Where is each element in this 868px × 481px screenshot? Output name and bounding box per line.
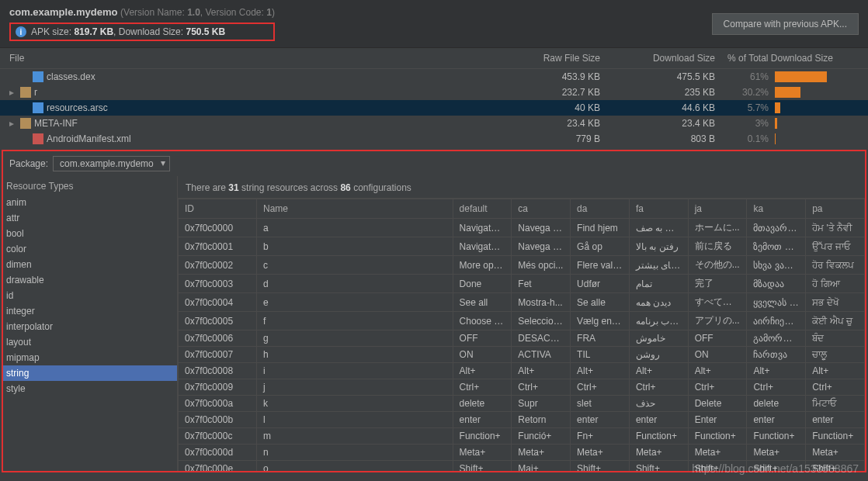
string-name: n <box>257 445 453 461</box>
string-col-header[interactable]: ca <box>512 199 571 219</box>
header-left: com.example.mydemo (Version Name: 1.0, V… <box>9 6 275 41</box>
string-name: o <box>257 461 453 472</box>
string-row[interactable]: 0x7f0c0008iAlt+Alt+Alt+Alt+Alt+Alt+Alt+ <box>179 363 865 379</box>
pct-text: 3% <box>724 118 775 129</box>
string-value: Shift+ <box>688 461 747 472</box>
string-col-header[interactable]: fa <box>629 199 688 219</box>
string-value: Supr <box>512 396 571 412</box>
apk-info-box: i APK size: 819.7 KB, Download Size: 750… <box>9 22 275 41</box>
string-value: გამორთვა <box>747 330 806 347</box>
string-value: خاموش <box>629 330 688 347</box>
resource-type-item[interactable]: integer <box>3 303 177 319</box>
string-row[interactable]: 0x7f0c0004eSee allMostra-h...Se alleدیدن… <box>179 293 865 312</box>
resource-type-item[interactable]: color <box>3 241 177 257</box>
string-id: 0x7f0c0008 <box>179 363 257 379</box>
string-value: მზადაა <box>747 275 806 293</box>
resource-type-item[interactable]: attr <box>3 210 177 226</box>
resource-types-header: Resource Types <box>3 176 177 195</box>
string-row[interactable]: 0x7f0c0005fChoose a...Seleccion...Vælg e… <box>179 312 865 330</box>
string-row[interactable]: 0x7f0c000akdeleteSuprsletحذفDeletedelete… <box>179 396 865 412</box>
string-row[interactable]: 0x7f0c0000aNavigate ...Navega a...Find h… <box>179 219 865 237</box>
pct-bar <box>775 71 860 82</box>
string-value: ზემოთ გა... <box>747 237 806 256</box>
string-value: Alt+ <box>512 363 571 379</box>
string-name: m <box>257 428 453 445</box>
string-value: ਉੱਪਰ ਜਾਓ <box>806 237 865 256</box>
resource-type-item[interactable]: string <box>3 365 177 381</box>
string-id: 0x7f0c0002 <box>179 256 257 275</box>
string-value: Ctrl+ <box>629 379 688 396</box>
string-value: Meta+ <box>571 445 630 461</box>
resource-type-item[interactable]: style <box>3 381 177 396</box>
string-row[interactable]: 0x7f0c0002cMore opti...Més opci...Flere … <box>179 256 865 275</box>
pct-text: 5.7% <box>724 102 775 113</box>
string-value: Seleccion... <box>512 312 571 330</box>
file-name-text: classes.dex <box>47 71 95 82</box>
resource-type-item[interactable]: drawable <box>3 272 177 288</box>
string-row[interactable]: 0x7f0c0009jCtrl+Ctrl+Ctrl+Ctrl+Ctrl+Ctrl… <box>179 379 865 396</box>
string-value: 前に戻る <box>688 237 747 256</box>
string-value: Funció+ <box>512 428 571 445</box>
resource-type-item[interactable]: mipmap <box>3 350 177 365</box>
compare-button[interactable]: Compare with previous APK... <box>712 13 859 35</box>
string-id: 0x7f0c0001 <box>179 237 257 256</box>
string-row[interactable]: 0x7f0c0003dDoneFetUdførتمام完了მზადააਹੋ ਗਿ… <box>179 275 865 293</box>
string-value: Function+ <box>747 428 806 445</box>
string-col-header[interactable]: ka <box>747 199 806 219</box>
string-col-header[interactable]: ja <box>688 199 747 219</box>
string-value: Ctrl+ <box>571 379 630 396</box>
version-info: (Version Name: 1.0, Version Code: 1) <box>120 7 275 18</box>
resource-type-item[interactable]: layout <box>3 334 177 350</box>
resource-type-item[interactable]: bool <box>3 226 177 241</box>
string-value: Vælg en a... <box>571 312 630 330</box>
file-row[interactable]: ▸META-INF23.4 KB23.4 KB3% <box>0 116 868 131</box>
string-value: روشن <box>629 347 688 363</box>
string-col-header[interactable]: default <box>453 199 512 219</box>
string-row[interactable]: 0x7f0c0007hONACTIVATILروشنONჩართვაਚਾਲੂ <box>179 347 865 363</box>
file-row[interactable]: resources.arsc40 KB44.6 KB5.7% <box>0 100 868 116</box>
string-row[interactable]: 0x7f0c000blenterRetornenterenterEnterent… <box>179 412 865 428</box>
string-row[interactable]: 0x7f0c000eoShift+Maj+Shift+Shift+Shift+S… <box>179 461 865 472</box>
expand-arrow-icon[interactable]: ▸ <box>9 87 17 98</box>
string-value: ਮਿਟਾਓ <box>806 396 865 412</box>
file-table: File Raw File Size Download Size % of To… <box>0 48 868 147</box>
resource-section: Package: com.example.mydemo Resource Typ… <box>2 150 866 472</box>
expand-arrow-icon[interactable]: ▸ <box>9 118 17 129</box>
string-value: Fet <box>512 275 571 293</box>
file-row[interactable]: ▸r232.7 KB235 KB30.2% <box>0 85 868 100</box>
pct-bar <box>775 118 860 129</box>
string-row[interactable]: 0x7f0c0001bNavigate ...Navega c...Gå opر… <box>179 237 865 256</box>
string-value: ਹੋਰ ਵਿਕਲਪ <box>806 256 865 275</box>
string-value: ჩართვა <box>747 347 806 363</box>
file-row[interactable]: classes.dex453.9 KB475.5 KB61% <box>0 69 868 85</box>
string-col-header[interactable]: ID <box>179 199 257 219</box>
string-value: پیمایش به صف... <box>629 219 688 237</box>
string-col-header[interactable]: Name <box>257 199 453 219</box>
string-name: e <box>257 293 453 312</box>
string-value: 完了 <box>688 275 747 293</box>
string-id: 0x7f0c0005 <box>179 312 257 330</box>
resource-type-item[interactable]: interpolator <box>3 319 177 334</box>
string-value: delete <box>747 396 806 412</box>
string-row[interactable]: 0x7f0c0006gOFFDESACTIVAFRAخاموشOFFგამორთ… <box>179 330 865 347</box>
string-value: Gå op <box>571 237 630 256</box>
raw-size: 453.9 KB <box>507 71 616 82</box>
string-value: OFF <box>453 330 512 347</box>
package-select[interactable]: com.example.mydemo <box>53 156 170 171</box>
string-name: a <box>257 219 453 237</box>
info-icon: i <box>16 26 26 37</box>
pct-text: 30.2% <box>724 87 775 98</box>
string-col-header[interactable]: da <box>571 199 630 219</box>
string-col-header[interactable]: pa <box>806 199 865 219</box>
resource-type-item[interactable]: id <box>3 288 177 303</box>
string-row[interactable]: 0x7f0c000dnMeta+Meta+Meta+Meta+Meta+Meta… <box>179 445 865 461</box>
file-name-text: AndroidManifest.xml <box>47 133 131 144</box>
string-value: انتخاب برنامه <box>629 312 688 330</box>
resource-type-item[interactable]: dimen <box>3 257 177 272</box>
string-row[interactable]: 0x7f0c000cmFunction+Funció+Fn+Function+F… <box>179 428 865 445</box>
resource-types-panel: Resource Types animattrboolcolordimendra… <box>3 176 178 471</box>
file-row[interactable]: AndroidManifest.xml779 B803 B0.1% <box>0 131 868 147</box>
string-id: 0x7f0c0004 <box>179 293 257 312</box>
string-value: Més opci... <box>512 256 571 275</box>
resource-type-item[interactable]: anim <box>3 195 177 210</box>
